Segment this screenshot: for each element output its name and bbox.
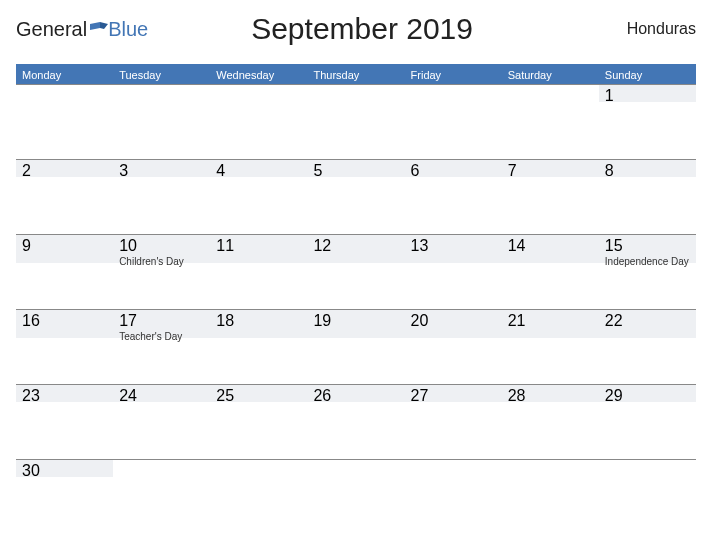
- weekday-sat: Saturday: [502, 66, 599, 84]
- day-cell: [599, 460, 696, 534]
- header: General Blue September 2019 Honduras: [16, 12, 696, 56]
- week-row: 1: [16, 84, 696, 159]
- day-number: 29: [605, 387, 690, 405]
- weekday-tue: Tuesday: [113, 66, 210, 84]
- day-cell: 28: [502, 385, 599, 459]
- weekday-sun: Sunday: [599, 66, 696, 84]
- day-cell: [16, 85, 113, 159]
- day-cell: 5: [307, 160, 404, 234]
- day-cell: 14: [502, 235, 599, 309]
- day-cell: 26: [307, 385, 404, 459]
- day-cell: [210, 85, 307, 159]
- day-cell: 27: [405, 385, 502, 459]
- day-cell: 19: [307, 310, 404, 384]
- logo-text-general: General: [16, 18, 87, 41]
- day-number: 11: [216, 237, 301, 255]
- logo: General Blue: [16, 18, 148, 41]
- day-number: 8: [605, 162, 690, 180]
- day-number: 2: [22, 162, 107, 180]
- day-cell: 6: [405, 160, 502, 234]
- calendar: Monday Tuesday Wednesday Thursday Friday…: [16, 64, 696, 534]
- day-cell: 29: [599, 385, 696, 459]
- day-number: 23: [22, 387, 107, 405]
- day-number: 18: [216, 312, 301, 330]
- day-number: 25: [216, 387, 301, 405]
- day-event: Children's Day: [119, 256, 204, 267]
- day-cell: 7: [502, 160, 599, 234]
- weekday-wed: Wednesday: [210, 66, 307, 84]
- day-number: 5: [313, 162, 398, 180]
- day-cell: [307, 460, 404, 534]
- day-cell: [405, 460, 502, 534]
- day-number: 9: [22, 237, 107, 255]
- day-cell: 2: [16, 160, 113, 234]
- day-cell: 22: [599, 310, 696, 384]
- day-cell: 16: [16, 310, 113, 384]
- day-cell: 4: [210, 160, 307, 234]
- weekday-fri: Friday: [405, 66, 502, 84]
- day-number: 20: [411, 312, 496, 330]
- weekday-mon: Monday: [16, 66, 113, 84]
- week-row: 910Children's Day1112131415Independence …: [16, 234, 696, 309]
- page-title: September 2019: [148, 12, 576, 46]
- day-cell: 13: [405, 235, 502, 309]
- day-cell: 18: [210, 310, 307, 384]
- logo-text-blue: Blue: [108, 18, 148, 41]
- day-number: 6: [411, 162, 496, 180]
- day-cell: [113, 460, 210, 534]
- day-number: 4: [216, 162, 301, 180]
- day-cell: [502, 460, 599, 534]
- day-number: 19: [313, 312, 398, 330]
- day-cell: 8: [599, 160, 696, 234]
- weeks-container: 12345678910Children's Day1112131415Indep…: [16, 84, 696, 534]
- day-number: 17: [119, 312, 204, 330]
- day-number: 24: [119, 387, 204, 405]
- region-label: Honduras: [576, 20, 696, 38]
- day-number: 10: [119, 237, 204, 255]
- day-number: 7: [508, 162, 593, 180]
- day-number: 13: [411, 237, 496, 255]
- day-number: 28: [508, 387, 593, 405]
- day-cell: 9: [16, 235, 113, 309]
- week-row: 30: [16, 459, 696, 534]
- day-number: 1: [605, 87, 690, 105]
- day-cell: 3: [113, 160, 210, 234]
- day-number: 27: [411, 387, 496, 405]
- day-event: Independence Day: [605, 256, 690, 267]
- day-cell: 10Children's Day: [113, 235, 210, 309]
- day-cell: 23: [16, 385, 113, 459]
- day-number: 3: [119, 162, 204, 180]
- day-number: 21: [508, 312, 593, 330]
- day-cell: [307, 85, 404, 159]
- day-cell: [405, 85, 502, 159]
- week-row: 23242526272829: [16, 384, 696, 459]
- day-cell: 12: [307, 235, 404, 309]
- logo-flag-icon: [90, 18, 108, 41]
- day-number: 12: [313, 237, 398, 255]
- day-cell: 15Independence Day: [599, 235, 696, 309]
- day-number: 16: [22, 312, 107, 330]
- day-number: 15: [605, 237, 690, 255]
- day-number: 30: [22, 462, 107, 480]
- day-number: 26: [313, 387, 398, 405]
- day-event: Teacher's Day: [119, 331, 204, 342]
- day-cell: 1: [599, 85, 696, 159]
- week-row: 2345678: [16, 159, 696, 234]
- day-cell: 11: [210, 235, 307, 309]
- day-cell: 21: [502, 310, 599, 384]
- day-cell: 25: [210, 385, 307, 459]
- day-number: 14: [508, 237, 593, 255]
- weekday-thu: Thursday: [307, 66, 404, 84]
- week-row: 1617Teacher's Day1819202122: [16, 309, 696, 384]
- day-cell: [210, 460, 307, 534]
- day-cell: 30: [16, 460, 113, 534]
- day-cell: [502, 85, 599, 159]
- day-cell: 17Teacher's Day: [113, 310, 210, 384]
- day-cell: 20: [405, 310, 502, 384]
- day-number: 22: [605, 312, 690, 330]
- day-cell: 24: [113, 385, 210, 459]
- day-cell: [113, 85, 210, 159]
- weekday-header: Monday Tuesday Wednesday Thursday Friday…: [16, 64, 696, 84]
